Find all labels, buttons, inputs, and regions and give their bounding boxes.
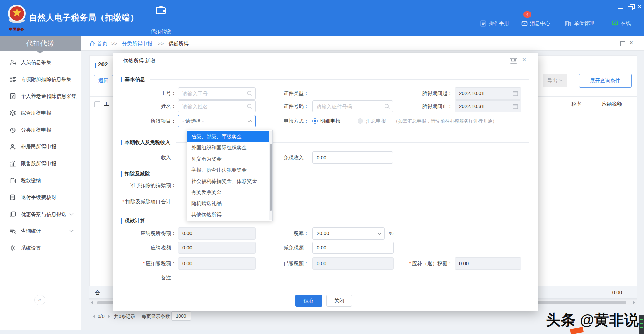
period-end-value[interactable]: 2022.10.31	[455, 100, 521, 112]
brand-caption: 中国税务	[5, 27, 28, 32]
due-field: 0.00	[455, 257, 521, 270]
income-item-dropdown: 省级、部级、军级奖金 外国组织和国际组织奖金 见义勇为奖金 举报、协查违法犯罪奖…	[187, 130, 273, 221]
sidebar-item-label: 分类所得申报	[21, 127, 51, 133]
due-label: *应补（退）税额：	[385, 257, 452, 270]
id-no-field	[312, 100, 393, 112]
page-prev-arrow[interactable]	[93, 315, 95, 318]
dropdown-scrollbar-thumb[interactable]	[270, 144, 272, 211]
total-label: 合	[95, 286, 109, 299]
dropdown-option[interactable]: 外国组织和国际组织奖金	[187, 142, 272, 153]
table-col-tax: 应纳税额	[593, 98, 622, 110]
reduced-input[interactable]: 0.00	[312, 242, 394, 254]
dropdown-option[interactable]: 其他偶然所得	[187, 209, 272, 220]
sidebar-item-label: 人员信息采集	[21, 59, 51, 66]
sidebar-item-personnel[interactable]: 人员信息采集	[0, 54, 81, 71]
module-tab-daikou[interactable]	[146, 5, 176, 16]
breadcrumb-section[interactable]: 分类所得申报	[122, 40, 152, 47]
sidebar-item-classified-income[interactable]: 分类所得申报	[0, 121, 81, 138]
payable-label: 应纳税额：	[113, 242, 176, 254]
incidental-income-modal: 偶然所得 新增 × 基本信息 工号： 证件类型： 所得期间起： 2022.10.…	[113, 53, 538, 311]
export-button[interactable]: 导出	[543, 74, 567, 87]
table-col-sep	[540, 97, 540, 112]
due-value: 0.00	[455, 257, 521, 270]
required-mark: *	[143, 260, 145, 266]
close-button[interactable]: 关闭	[326, 295, 352, 307]
save-button[interactable]: 保存	[295, 295, 322, 307]
scroll-left-arrow[interactable]	[91, 301, 93, 304]
remark-label: 备注：	[113, 272, 176, 284]
sidebar-item-preference-filing[interactable]: 优惠备案与信息报送	[0, 206, 81, 223]
sidebar-item-label: 非居民所得申报	[21, 144, 56, 150]
sidebar-item-nonresident-income[interactable]: 非居民所得申报	[0, 138, 81, 155]
building-icon	[565, 20, 572, 27]
sidebar-item-label: 优惠备案与信息报送	[21, 211, 66, 218]
per-page-input[interactable]: 1000	[171, 311, 191, 321]
period-start-value[interactable]: 2022.10.01	[455, 87, 521, 100]
rate-select[interactable]: 20.00	[312, 227, 385, 240]
radio-detail-declare[interactable]	[312, 118, 318, 124]
sidebar-item-comprehensive-income[interactable]: 综合所得申报	[0, 105, 81, 121]
sidebar-item-query-statistics[interactable]: 查询统计	[0, 223, 81, 240]
nav-item-messages[interactable]: 消息中心	[521, 20, 550, 27]
back-button[interactable]: 返回	[94, 75, 113, 86]
income-item-label: 所得项目：	[113, 115, 176, 127]
chevron-down-icon	[559, 79, 563, 82]
wallet-small-icon	[9, 177, 16, 184]
sidebar-item-label: 税款缴纳	[21, 177, 41, 184]
sidebar-item-fee-refund-check[interactable]: 退付手续费核对	[0, 189, 81, 206]
dropdown-option[interactable]: 省级、部级、军级奖金	[187, 131, 272, 142]
sidebar-item-label: 查询统计	[21, 228, 41, 234]
wallet-icon	[155, 5, 166, 15]
page-next-arrow[interactable]	[108, 315, 110, 318]
reduced-field: 0.00	[312, 242, 394, 254]
keyboard-icon[interactable]	[510, 58, 517, 64]
id-no-label: 证件号码：	[241, 100, 309, 112]
dropdown-option[interactable]: 举报、协查违法犯罪奖金	[187, 164, 272, 175]
sidebar-item-pension-deduction[interactable]: 个人养老金扣除信息采集	[0, 88, 81, 105]
pane-close-icon[interactable]: ×	[629, 39, 633, 47]
nav-item-online[interactable]: 在线	[612, 20, 631, 27]
rate-select-field: 20.00	[312, 227, 385, 240]
section-basic-info: 基本信息	[121, 76, 529, 83]
copy-icon	[9, 211, 16, 218]
dropdown-scrollbar-track[interactable]	[269, 131, 272, 220]
radio-summary-declare[interactable]	[358, 118, 363, 124]
dropdown-option[interactable]: 社会福利募捐奖金、体彩奖金	[187, 175, 272, 187]
sidebar-collapse-button[interactable]: «	[34, 295, 45, 305]
window-restore-button[interactable]	[628, 4, 635, 10]
rate-unit: %	[389, 227, 393, 240]
window-close-button[interactable]: ×	[637, 3, 642, 11]
breadcrumb-home[interactable]: 首页	[97, 40, 107, 47]
watermark-phone-shape	[639, 315, 644, 334]
sidebar-item-tax-payment[interactable]: 税款缴纳	[0, 172, 81, 189]
sidebar-item-restricted-stock[interactable]: 限售股所得申报	[0, 155, 81, 172]
app-window: 中国税务 自然人电子税务局（扣缴端） 代扣代缴 操作手册 4 消息中心	[0, 0, 644, 334]
sidebar-item-special-deduction[interactable]: 专项附加扣除信息采集	[0, 71, 81, 88]
dropdown-option[interactable]: 见义勇为奖金	[187, 153, 272, 164]
sidebar-module-tab[interactable]: 代扣代缴	[0, 36, 81, 51]
reduced-label: 减免税额：	[241, 242, 309, 254]
home-icon	[89, 40, 95, 47]
nav-item-org[interactable]: 单位管理	[565, 20, 594, 27]
module-tab-label: 代扣代缴	[146, 28, 176, 35]
page-indicator: 0/0	[98, 312, 104, 321]
radio-detail-label[interactable]: 明细申报	[320, 115, 341, 127]
id-no-input[interactable]	[312, 100, 393, 112]
nav-item-manual[interactable]: 操作手册	[480, 20, 509, 27]
select-all-checkbox[interactable]	[94, 101, 100, 107]
nav-item-label: 操作手册	[489, 20, 509, 27]
radio-summary-label[interactable]: 汇总申报	[366, 115, 386, 127]
expand-query-button[interactable]: 展开查询条件	[579, 74, 632, 88]
tax-free-input[interactable]: 0.00	[312, 151, 393, 164]
table-col-workno: 工	[104, 98, 114, 110]
dropdown-option[interactable]: 随机赠送礼品	[187, 198, 272, 209]
scroll-right-arrow[interactable]	[633, 301, 635, 304]
pane-restore-icon[interactable]	[620, 41, 625, 46]
dropdown-option[interactable]: 有奖发票奖金	[187, 187, 272, 198]
breadcrumb-current: 偶然所得	[169, 40, 189, 47]
sidebar-item-system-settings[interactable]: 系统设置	[0, 240, 81, 256]
table-col-rate: 税率	[556, 98, 581, 110]
modal-close-icon[interactable]: ×	[522, 56, 526, 64]
window-minimize-button[interactable]	[618, 8, 623, 9]
work-no-label: 工号：	[113, 87, 176, 100]
